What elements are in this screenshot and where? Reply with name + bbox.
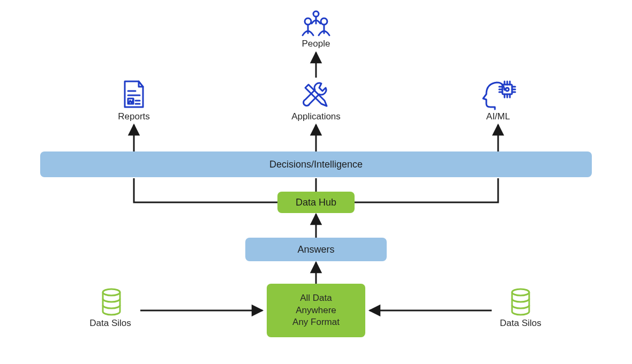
- tools-icon: [301, 80, 331, 110]
- data-hub-label: Data Hub: [296, 197, 336, 208]
- answers-label: Answers: [297, 244, 334, 255]
- svg-point-11: [305, 18, 311, 25]
- answers-box: Answers: [245, 238, 387, 261]
- decisions-label: Decisions/Intelligence: [269, 159, 363, 170]
- svg-point-21: [506, 88, 509, 91]
- data-hub-box: Data Hub: [277, 192, 355, 213]
- all-data-line2: Anywhere: [292, 305, 340, 317]
- svg-point-34: [103, 289, 120, 295]
- database-icon: [509, 288, 532, 316]
- ai-head-chip-icon: [481, 79, 516, 110]
- database-icon: [100, 288, 123, 316]
- people-label: People: [289, 39, 343, 49]
- silos-left-label: Data Silos: [84, 318, 137, 329]
- document-chart-icon: [121, 79, 147, 109]
- diagram-root: People Reports Ap: [0, 0, 632, 364]
- all-data-box: All Data Anywhere Any Format: [267, 284, 365, 337]
- all-data-line3: Any Format: [292, 316, 340, 329]
- aiml-label: AI/ML: [471, 111, 525, 122]
- all-data-line1: All Data: [292, 292, 340, 305]
- decisions-band: Decisions/Intelligence: [40, 151, 592, 177]
- silos-right-label: Data Silos: [494, 318, 547, 329]
- svg-point-35: [512, 289, 529, 295]
- people-icon: [300, 10, 332, 37]
- svg-point-13: [321, 18, 327, 25]
- applications-label: Applications: [284, 111, 348, 122]
- reports-label: Reports: [107, 111, 161, 122]
